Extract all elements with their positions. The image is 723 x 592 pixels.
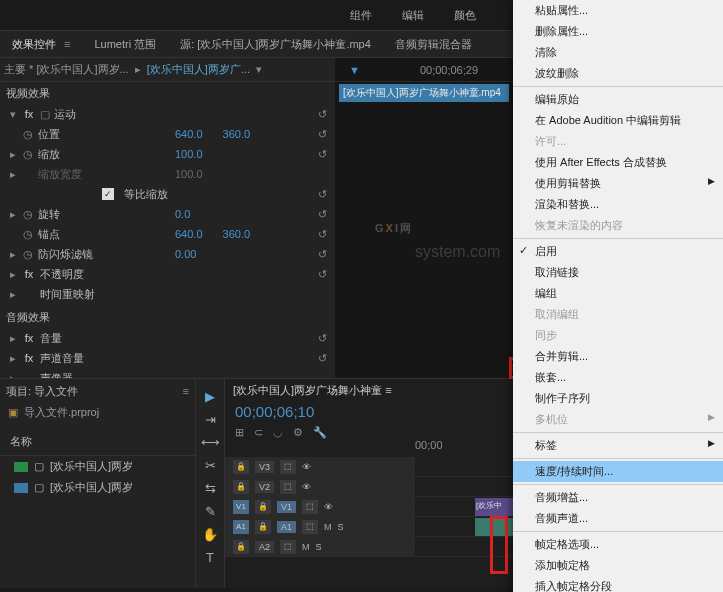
menu-speed-duration[interactable]: 速度/持续时间...	[513, 461, 723, 482]
reset-icon[interactable]: ↺	[318, 268, 327, 281]
stopwatch-icon[interactable]: ◷	[22, 128, 34, 141]
lock-icon[interactable]: 🔒	[233, 460, 249, 474]
anchor-y[interactable]: 360.0	[223, 228, 251, 240]
track-v3[interactable]: V3	[255, 461, 274, 473]
menu-enable[interactable]: ✓启用	[513, 241, 723, 262]
reset-icon[interactable]: ↺	[318, 332, 327, 345]
toggle-output-icon[interactable]: ⬚	[280, 460, 296, 474]
project-title[interactable]: 项目: 导入文件	[6, 384, 78, 399]
stopwatch-icon[interactable]: ◷	[22, 248, 34, 261]
channel-volume-label[interactable]: 声道音量	[40, 351, 84, 366]
panel-menu-icon[interactable]: ≡	[64, 38, 70, 50]
linked-selection-icon[interactable]: ⊂	[254, 426, 263, 439]
selection-tool-icon[interactable]: ▶	[205, 389, 215, 404]
item-checkbox[interactable]: ▢	[34, 481, 44, 494]
menu-clip-replace[interactable]: 使用剪辑替换▶	[513, 173, 723, 194]
snap-icon[interactable]: ⊞	[235, 426, 244, 439]
eye-icon[interactable]: 👁	[302, 482, 311, 492]
ec-clip-label[interactable]: [欢乐中国人]两岁广...	[147, 62, 250, 77]
playhead-marker[interactable]: ▼	[349, 64, 360, 76]
reset-icon[interactable]: ↺	[318, 188, 327, 201]
project-item[interactable]: ▢[欢乐中国人]两岁	[0, 456, 195, 477]
menu-audio-gain[interactable]: 音频增益...	[513, 487, 723, 508]
menu-merge-clips[interactable]: 合并剪辑...	[513, 346, 723, 367]
lock-icon[interactable]: 🔒	[233, 540, 249, 554]
dropdown-icon[interactable]: ▾	[256, 63, 262, 76]
menu-edit-original[interactable]: 编辑原始	[513, 89, 723, 110]
expand-icon[interactable]: ▸	[8, 168, 18, 181]
item-checkbox[interactable]: ▢	[34, 460, 44, 473]
anchor-x[interactable]: 640.0	[175, 228, 203, 240]
menu-label[interactable]: 标签▶	[513, 435, 723, 456]
source-patch-a1[interactable]: A1	[233, 520, 249, 534]
solo-button[interactable]: S	[338, 522, 344, 532]
flicker-value[interactable]: 0.00	[175, 248, 196, 260]
lock-icon[interactable]: 🔒	[255, 500, 271, 514]
stopwatch-icon[interactable]: ◷	[22, 228, 34, 241]
fx-badge[interactable]: fx	[22, 332, 36, 344]
menu-add-frame-hold[interactable]: 添加帧定格	[513, 555, 723, 576]
fx-badge[interactable]: fx	[22, 268, 36, 280]
toggle-output-icon[interactable]: ⬚	[302, 500, 318, 514]
fx-badge[interactable]: fx	[22, 352, 36, 364]
tab-effect-controls[interactable]: 效果控件≡	[0, 37, 82, 52]
toggle-output-icon[interactable]: ⬚	[280, 480, 296, 494]
mask-icon[interactable]: ▢	[40, 108, 50, 121]
motion-label[interactable]: 运动	[54, 107, 76, 122]
lock-icon[interactable]: 🔒	[255, 520, 271, 534]
wrench-icon[interactable]: 🔧	[313, 426, 327, 439]
reset-icon[interactable]: ↺	[318, 128, 327, 141]
menu-paste-attributes[interactable]: 粘贴属性...	[513, 0, 723, 21]
toggle-output-icon[interactable]: ⬚	[280, 540, 296, 554]
expand-icon[interactable]: ▾	[8, 108, 18, 121]
rotation-value[interactable]: 0.0	[175, 208, 190, 220]
reset-icon[interactable]: ↺	[318, 208, 327, 221]
pen-tool-icon[interactable]: ✎	[205, 504, 216, 519]
slip-tool-icon[interactable]: ⇆	[205, 481, 216, 496]
expand-icon[interactable]: ▸	[8, 288, 18, 301]
menu-nest[interactable]: 嵌套...	[513, 367, 723, 388]
tab-source[interactable]: 源: [欢乐中国人]两岁广场舞小神童.mp4	[168, 37, 383, 52]
expand-icon[interactable]: ▸	[8, 248, 18, 261]
menu-audio-channels[interactable]: 音频声道...	[513, 508, 723, 529]
tab-color[interactable]: 颜色	[454, 8, 476, 23]
panel-menu-icon[interactable]: ≡	[183, 385, 189, 397]
reset-icon[interactable]: ↺	[318, 148, 327, 161]
tab-lumetri[interactable]: Lumetri 范围	[82, 37, 168, 52]
tab-assembly[interactable]: 组件	[350, 8, 372, 23]
name-column-header[interactable]: 名称	[0, 428, 195, 456]
menu-ae-replace[interactable]: 使用 After Effects 合成替换	[513, 152, 723, 173]
track-a1[interactable]: A1	[277, 521, 296, 533]
sequence-name[interactable]: [欢乐中国人]两岁广场舞小神童	[233, 383, 382, 398]
volume-label[interactable]: 音量	[40, 331, 62, 346]
menu-frame-hold-options[interactable]: 帧定格选项...	[513, 534, 723, 555]
ripple-edit-tool-icon[interactable]: ⟷	[201, 435, 220, 450]
scale-value[interactable]: 100.0	[175, 148, 203, 160]
stopwatch-icon[interactable]: ◷	[22, 208, 34, 221]
track-select-tool-icon[interactable]: ⇥	[205, 412, 216, 427]
expand-icon[interactable]: ▸	[8, 352, 18, 365]
panner-label[interactable]: 声像器	[40, 371, 73, 379]
type-tool-icon[interactable]: T	[206, 550, 214, 565]
expand-icon[interactable]: ▸	[8, 208, 18, 221]
position-y[interactable]: 360.0	[223, 128, 251, 140]
menu-edit-audition[interactable]: 在 Adobe Audition 中编辑剪辑	[513, 110, 723, 131]
timeremap-label[interactable]: 时间重映射	[40, 287, 95, 302]
marker-icon[interactable]: ◡	[273, 426, 283, 439]
menu-group[interactable]: 编组	[513, 283, 723, 304]
project-item[interactable]: ▢[欢乐中国人]两岁	[0, 477, 195, 498]
menu-subsequence[interactable]: 制作子序列	[513, 388, 723, 409]
eye-icon[interactable]: 👁	[302, 462, 311, 472]
lock-icon[interactable]: 🔒	[233, 480, 249, 494]
expand-icon[interactable]: ▸	[8, 372, 18, 379]
menu-render-replace[interactable]: 渲染和替换...	[513, 194, 723, 215]
fx-badge[interactable]: fx	[22, 108, 36, 120]
razor-tool-icon[interactable]: ✂	[205, 458, 216, 473]
menu-remove-attributes[interactable]: 删除属性...	[513, 21, 723, 42]
tab-edit[interactable]: 编辑	[402, 8, 424, 23]
uniform-scale-checkbox[interactable]: ✓	[102, 188, 114, 200]
mute-button[interactable]: M	[302, 542, 310, 552]
menu-unlink[interactable]: 取消链接	[513, 262, 723, 283]
track-v2[interactable]: V2	[255, 481, 274, 493]
reset-icon[interactable]: ↺	[318, 352, 327, 365]
